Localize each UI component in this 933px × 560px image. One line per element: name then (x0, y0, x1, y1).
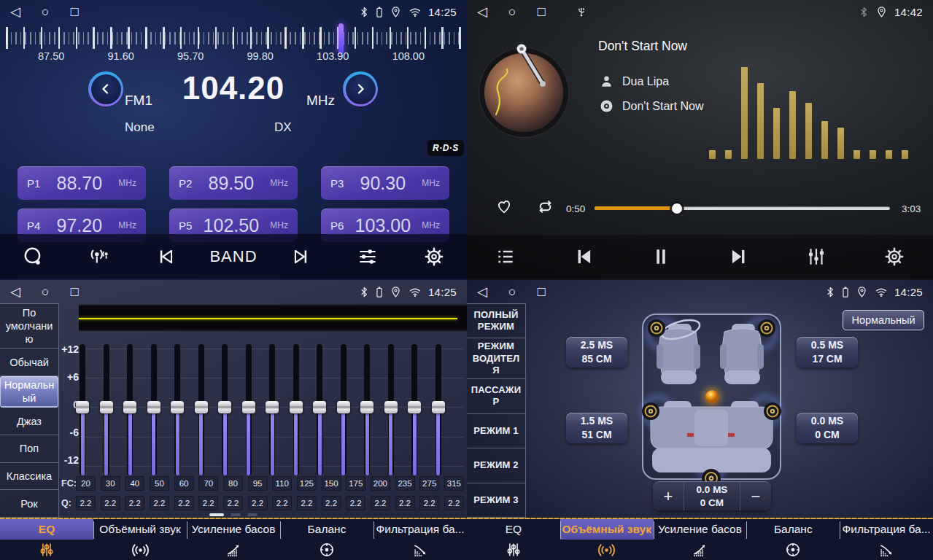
slider-thumb[interactable] (100, 401, 113, 413)
listening-mode-item[interactable]: РЕЖИМ ВОДИТЕЛЯ (467, 338, 525, 379)
surround-preset-button[interactable]: Нормальный (843, 310, 924, 330)
fc-value-cell[interactable]: 110 (272, 476, 292, 491)
listening-mode-item[interactable]: ПАССАЖИР (467, 379, 525, 413)
q-value-cell[interactable]: 2.2 (198, 496, 218, 510)
q-value-cell[interactable]: 2.2 (125, 496, 144, 510)
previous-track-button[interactable] (562, 239, 605, 274)
q-value-cell[interactable]: 2.2 (371, 496, 390, 510)
eq-preset-item[interactable]: Джаз (0, 408, 58, 435)
delay-rear-left-button[interactable]: 1.5 MS 51 CM (566, 413, 627, 443)
delay-decrease-button[interactable]: − (740, 482, 771, 510)
q-value-cell[interactable]: 2.2 (272, 496, 292, 510)
slider-thumb[interactable] (123, 401, 136, 413)
q-value-cell[interactable]: 2.2 (346, 496, 365, 510)
fc-value-cell[interactable]: 235 (395, 476, 415, 491)
listening-mode-item[interactable]: РЕЖИМ 2 (467, 448, 525, 483)
q-value-cell[interactable]: 2.2 (322, 496, 341, 510)
slider-thumb[interactable] (337, 401, 350, 413)
nav-home-button[interactable]: ○ (508, 285, 516, 298)
slider-thumb[interactable] (432, 401, 445, 413)
tab-bass-boost[interactable]: Усиление басов (654, 519, 747, 560)
settings-gear-button[interactable] (872, 239, 916, 274)
eq-band-slider[interactable] (171, 344, 184, 475)
tab-surround[interactable]: Объёмный звук (560, 519, 654, 560)
eq-band-slider[interactable] (123, 344, 136, 475)
preset-button[interactable]: P1 88.70 MHz (18, 166, 146, 200)
eq-band-slider[interactable] (100, 344, 113, 475)
tab-filter[interactable]: Фильтрация ба... (373, 519, 467, 560)
next-station-button[interactable] (279, 239, 323, 274)
settings-gear-button[interactable] (412, 239, 456, 274)
q-value-cell[interactable]: 2.2 (150, 496, 169, 510)
q-value-cell[interactable]: 2.2 (248, 496, 268, 510)
slider-thumb[interactable] (147, 401, 160, 413)
fc-value-cell[interactable]: 20 (76, 476, 96, 491)
nav-back-button[interactable]: ◁ (477, 285, 487, 298)
fc-value-cell[interactable]: 70 (198, 476, 218, 491)
fc-value-cell[interactable]: 80 (223, 476, 243, 491)
equalizer-button[interactable] (794, 239, 838, 274)
slider-thumb[interactable] (266, 401, 279, 413)
progress-bar[interactable] (595, 206, 890, 210)
eq-preset-item[interactable]: Классика (0, 463, 58, 491)
eq-preset-item[interactable]: Нормальный (0, 376, 58, 408)
audio-settings-button[interactable] (346, 239, 390, 274)
slider-thumb[interactable] (76, 401, 89, 413)
fc-value-cell[interactable]: 200 (371, 476, 390, 491)
tab-bass-boost[interactable]: Усиление басов (187, 519, 280, 560)
tuner-scale[interactable]: 87.5091.6095.7099.80103.90108.00 (0, 23, 467, 61)
seek-down-button[interactable] (88, 71, 123, 106)
nav-home-button[interactable]: ○ (42, 285, 50, 298)
fc-value-cell[interactable]: 30 (101, 476, 120, 491)
nav-back-button[interactable]: ◁ (477, 5, 487, 18)
previous-station-button[interactable] (144, 239, 187, 274)
fc-value-cell[interactable]: 175 (346, 476, 365, 491)
q-value-cell[interactable]: 2.2 (444, 496, 464, 510)
seek-up-button[interactable] (343, 71, 378, 106)
q-value-cell[interactable]: 2.2 (174, 496, 194, 510)
slider-thumb[interactable] (313, 401, 326, 413)
pause-button[interactable] (639, 239, 683, 274)
delay-front-left-button[interactable]: 2.5 MS 85 CM (566, 337, 627, 368)
nav-home-button[interactable]: ○ (508, 5, 516, 18)
listening-mode-item[interactable]: РЕЖИМ 3 (467, 483, 525, 518)
slider-thumb[interactable] (290, 401, 303, 413)
eq-band-slider[interactable] (195, 344, 208, 475)
eq-band-slider[interactable] (76, 344, 89, 475)
nav-recents-button[interactable]: □ (538, 285, 546, 298)
slider-thumb[interactable] (195, 401, 208, 413)
q-value-cell[interactable]: 2.2 (101, 496, 120, 510)
nav-back-button[interactable]: ◁ (10, 5, 20, 18)
tab-surround[interactable]: Объёмный звук (93, 519, 187, 560)
band-button[interactable]: BAND (209, 239, 257, 274)
delay-rear-right-button[interactable]: 0.0 MS 0 CM (797, 413, 858, 443)
listening-mode-item[interactable]: РЕЖИМ 1 (467, 414, 525, 448)
fc-value-cell[interactable]: 60 (174, 476, 194, 491)
q-value-cell[interactable]: 2.2 (297, 496, 317, 510)
scan-button[interactable] (11, 239, 55, 274)
eq-band-slider[interactable] (313, 344, 326, 475)
q-value-cell[interactable]: 2.2 (76, 496, 96, 510)
fc-value-cell[interactable]: 315 (444, 476, 464, 491)
listening-mode-item[interactable]: ПОЛНЫЙ РЕЖИМ (467, 304, 525, 338)
tab-eq[interactable]: EQ (0, 519, 93, 560)
fc-value-cell[interactable]: 40 (125, 476, 144, 491)
next-track-button[interactable] (717, 239, 761, 274)
tab-filter[interactable]: Фильтрация ба... (840, 519, 933, 560)
eq-band-slider[interactable] (408, 344, 421, 475)
progress-thumb[interactable] (672, 203, 682, 214)
fc-value-cell[interactable]: 125 (297, 476, 317, 491)
fc-value-cell[interactable]: 50 (150, 476, 169, 491)
slider-thumb[interactable] (171, 401, 184, 413)
delay-front-right-button[interactable]: 0.5 MS 17 CM (797, 337, 858, 368)
playlist-button[interactable] (484, 239, 527, 274)
eq-band-slider[interactable] (218, 344, 231, 475)
fc-value-cell[interactable]: 95 (248, 476, 268, 491)
nav-back-button[interactable]: ◁ (10, 285, 20, 298)
tab-eq[interactable]: EQ (467, 519, 560, 560)
nav-recents-button[interactable]: □ (71, 285, 79, 298)
slider-thumb[interactable] (408, 401, 421, 413)
eq-band-slider[interactable] (384, 344, 398, 475)
nav-recents-button[interactable]: □ (71, 5, 79, 18)
eq-band-slider[interactable] (432, 344, 445, 475)
